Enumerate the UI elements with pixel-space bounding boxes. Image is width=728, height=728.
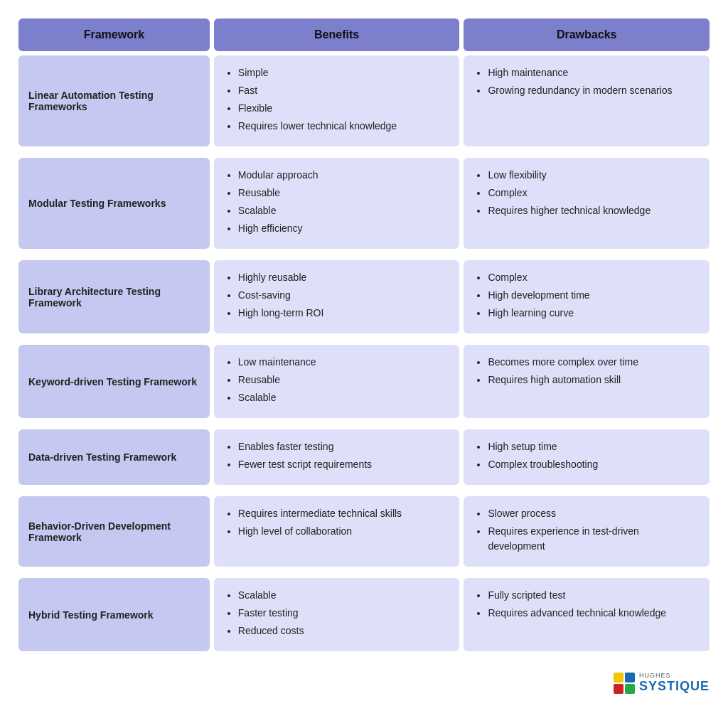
logo-section: HUGHES SYSTIQUE xyxy=(14,673,714,694)
header-benefits: Benefits xyxy=(214,18,460,51)
drawback-item: Becomes more complex over time xyxy=(488,355,698,370)
benefit-cell: Low maintenanceReusableScalable xyxy=(214,345,460,418)
benefit-cell: SimpleFastFlexibleRequires lower technic… xyxy=(214,55,460,146)
benefit-item: High long-term ROI xyxy=(238,306,449,321)
drawback-item: Complex troubleshooting xyxy=(488,457,698,472)
table-row: Linear Automation Testing FrameworksSimp… xyxy=(18,55,710,146)
drawback-cell: ComplexHigh development timeHigh learnin… xyxy=(464,260,710,333)
table-row: Data-driven Testing FrameworkEnables fas… xyxy=(18,429,710,485)
benefit-item: Enables faster testing xyxy=(238,439,449,454)
drawback-cell: Low flexibilityComplexRequires higher te… xyxy=(464,158,710,249)
drawback-item: High development time xyxy=(488,288,698,303)
drawback-item: Growing redundancy in modern scenarios xyxy=(488,83,698,98)
benefit-cell: Modular approachReusableScalableHigh eff… xyxy=(214,158,460,249)
framework-cell: Keyword-driven Testing Framework xyxy=(18,345,210,418)
benefit-item: Fast xyxy=(238,83,449,98)
framework-cell: Data-driven Testing Framework xyxy=(18,429,210,485)
header-drawbacks: Drawbacks xyxy=(464,18,710,51)
benefit-item: Requires intermediate technical skills xyxy=(238,506,449,521)
drawback-item: Complex xyxy=(488,270,698,285)
benefit-item: Requires lower technical knowledge xyxy=(238,119,449,134)
benefit-item: Reduced costs xyxy=(238,623,449,638)
table-row: Hybrid Testing FrameworkScalableFaster t… xyxy=(18,578,710,651)
benefit-item: Scalable xyxy=(238,588,449,603)
benefit-item: Scalable xyxy=(238,390,449,405)
table-row: Modular Testing FrameworksModular approa… xyxy=(18,158,710,249)
drawback-item: Requires high automation skill xyxy=(488,373,698,387)
comparison-table: Framework Benefits Drawbacks Linear Auto… xyxy=(14,14,714,663)
benefit-item: Modular approach xyxy=(238,168,449,183)
table-row: Keyword-driven Testing FrameworkLow main… xyxy=(18,345,710,418)
benefit-item: Simple xyxy=(238,65,449,80)
benefit-cell: Requires intermediate technical skillsHi… xyxy=(214,496,460,567)
benefit-item: Faster testing xyxy=(238,606,449,621)
drawback-cell: Slower processRequires experience in tes… xyxy=(464,496,710,567)
logo-square-red xyxy=(614,684,623,694)
drawback-item: Slower process xyxy=(488,506,698,521)
framework-cell: Hybrid Testing Framework xyxy=(18,578,210,651)
framework-cell: Behavior-Driven Development Framework xyxy=(18,496,210,567)
logo-systique-label: SYSTIQUE xyxy=(639,680,710,694)
benefit-item: Fewer test script requirements xyxy=(238,457,449,472)
drawback-cell: High maintenanceGrowing redundancy in mo… xyxy=(464,55,710,146)
drawback-item: Requires advanced technical knowledge xyxy=(488,606,698,621)
benefit-cell: Enables faster testingFewer test script … xyxy=(214,429,460,485)
header-framework: Framework xyxy=(18,18,210,51)
drawback-item: High maintenance xyxy=(488,65,698,80)
drawback-cell: Becomes more complex over timeRequires h… xyxy=(464,345,710,418)
logo-squares xyxy=(614,673,635,694)
benefit-cell: ScalableFaster testingReduced costs xyxy=(214,578,460,651)
benefit-item: High efficiency xyxy=(238,221,449,236)
logo-square-yellow xyxy=(614,673,623,682)
benefit-item: Reusable xyxy=(238,186,449,200)
benefit-cell: Highly reusableCost-savingHigh long-term… xyxy=(214,260,460,333)
logo-square-blue xyxy=(625,673,635,682)
drawback-cell: Fully scripted testRequires advanced tec… xyxy=(464,578,710,651)
drawback-item: High setup time xyxy=(488,439,698,454)
drawback-item: Requires experience in test-driven devel… xyxy=(488,524,698,554)
benefit-item: High level of collaboration xyxy=(238,524,449,539)
drawback-item: Complex xyxy=(488,186,698,200)
logo-square-green xyxy=(625,684,635,694)
drawback-cell: High setup timeComplex troubleshooting xyxy=(464,429,710,485)
framework-cell: Library Architecture Testing Framework xyxy=(18,260,210,333)
drawback-item: Requires higher technical knowledge xyxy=(488,203,698,218)
logo-text: HUGHES SYSTIQUE xyxy=(639,673,710,694)
benefit-item: Reusable xyxy=(238,373,449,387)
table-row: Library Architecture Testing FrameworkHi… xyxy=(18,260,710,333)
drawback-item: Fully scripted test xyxy=(488,588,698,603)
framework-cell: Linear Automation Testing Frameworks xyxy=(18,55,210,146)
benefit-item: Highly reusable xyxy=(238,270,449,285)
benefit-item: Cost-saving xyxy=(238,288,449,303)
framework-cell: Modular Testing Frameworks xyxy=(18,158,210,249)
drawback-item: High learning curve xyxy=(488,306,698,321)
benefit-item: Flexible xyxy=(238,101,449,116)
table-row: Behavior-Driven Development FrameworkReq… xyxy=(18,496,710,567)
drawback-item: Low flexibility xyxy=(488,168,698,183)
benefit-item: Scalable xyxy=(238,203,449,218)
benefit-item: Low maintenance xyxy=(238,355,449,370)
